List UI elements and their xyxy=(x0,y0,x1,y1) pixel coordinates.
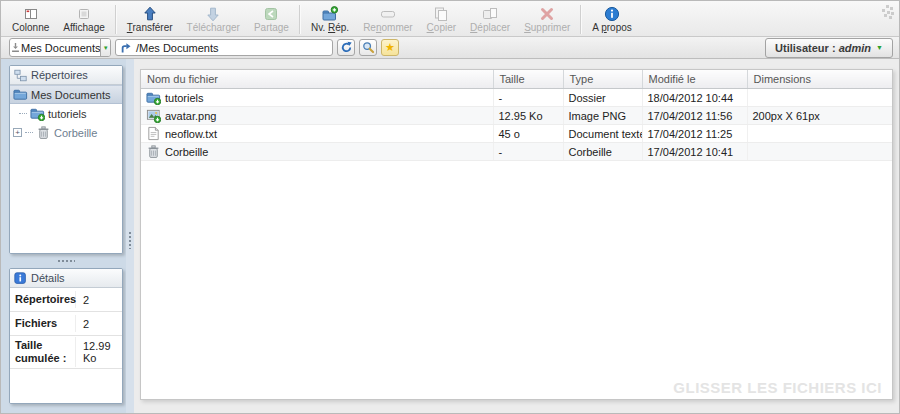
path-input[interactable]: /Mes Documents xyxy=(115,39,333,56)
file-modified: 17/04/2012 11:25 xyxy=(642,125,747,143)
new-folder-icon xyxy=(321,5,339,22)
supprimer-label: Supprimer xyxy=(524,22,570,34)
file-type: Dossier xyxy=(563,89,642,107)
to-bottom-icon xyxy=(10,39,21,56)
file-row-tutoriels[interactable]: tutoriels - Dossier 18/04/2012 10:44 xyxy=(141,89,892,107)
directory-tree: Mes Documents tutoriels + Corbeille xyxy=(10,85,122,253)
user-menu-button[interactable]: Utilisateur : admin ▼ xyxy=(765,38,893,58)
column-header-type[interactable]: Type xyxy=(563,70,642,89)
renommer-button: Renommer xyxy=(356,3,419,36)
file-modified: 18/04/2012 10:44 xyxy=(642,89,747,107)
nouveau-repertoire-button[interactable]: Nv. Rép. xyxy=(304,3,356,36)
expand-icon[interactable]: + xyxy=(13,128,22,137)
supprimer-button: Supprimer xyxy=(517,3,577,36)
path-value: /Mes Documents xyxy=(136,42,219,54)
file-row-neoflow-txt[interactable]: neoflow.txt 45 o Document texte 17/04/20… xyxy=(141,125,892,143)
files-table: Nom du fichier Taille Type Modifié le Di… xyxy=(141,70,892,161)
details-panel: Détails Répertoires 2 Fichiers 2 Taille … xyxy=(9,268,123,404)
transferer-label: Transférer xyxy=(127,22,173,34)
deplacer-button: Déplacer xyxy=(463,3,517,36)
file-size: 12.95 Ko xyxy=(493,107,563,125)
panel-splitter[interactable] xyxy=(9,254,123,268)
search-icon xyxy=(362,41,375,54)
folder-select[interactable]: Mes Documents ▼ xyxy=(9,38,111,57)
affichage-button[interactable]: Affichage xyxy=(56,3,112,36)
share-icon xyxy=(262,5,280,22)
details-panel-header: Détails xyxy=(10,269,122,288)
details-body: Répertoires 2 Fichiers 2 Taille cumulée … xyxy=(10,288,122,403)
toolbar-separator xyxy=(115,5,117,34)
app-logo xyxy=(880,5,895,20)
column-layout-icon xyxy=(22,5,40,22)
column-header-size[interactable]: Taille xyxy=(493,70,563,89)
dropzone-hint: GLISSER LES FICHIERS ICI xyxy=(673,379,882,396)
details-row: Fichiers 2 xyxy=(10,312,122,336)
splitter-grip-icon xyxy=(57,259,75,263)
trash-icon xyxy=(146,144,161,159)
directories-panel: Répertoires Mes Documents tutoriels + xyxy=(9,65,123,254)
sidebar: Répertoires Mes Documents tutoriels + xyxy=(1,59,126,414)
file-dimensions: 200px X 61px xyxy=(747,107,892,125)
image-file-icon xyxy=(146,108,161,123)
file-type: Image PNG xyxy=(563,107,642,125)
file-name: tutoriels xyxy=(165,92,204,104)
details-panel-title: Détails xyxy=(31,272,65,284)
partage-label: Partage xyxy=(254,22,289,34)
details-value: 2 xyxy=(76,318,89,330)
file-dimensions xyxy=(747,89,892,107)
star-icon: ★ xyxy=(385,42,395,53)
copy-icon xyxy=(432,5,450,22)
directories-panel-title: Répertoires xyxy=(31,69,88,81)
partage-button: Partage xyxy=(247,3,296,36)
directories-panel-header: Répertoires xyxy=(10,66,122,85)
shared-folder-icon xyxy=(30,106,45,121)
details-value: 12.99 Ko xyxy=(76,340,122,364)
file-row-avatar-png[interactable]: avatar.png 12.95 Ko Image PNG 17/04/2012… xyxy=(141,107,892,125)
files-panel[interactable]: Nom du fichier Taille Type Modifié le Di… xyxy=(140,69,893,400)
file-size: - xyxy=(493,89,563,107)
search-button[interactable] xyxy=(359,39,377,56)
refresh-button[interactable] xyxy=(337,39,355,56)
body: Répertoires Mes Documents tutoriels + xyxy=(1,59,899,414)
parent-directory-icon[interactable] xyxy=(120,42,132,54)
tree-item-label: Mes Documents xyxy=(31,89,110,101)
file-size: - xyxy=(493,143,563,161)
splitter-grip-icon xyxy=(128,231,132,249)
renommer-label: Renommer xyxy=(363,22,412,34)
file-type: Corbeille xyxy=(563,143,642,161)
chevron-down-icon: ▼ xyxy=(876,44,883,51)
details-row: Répertoires 2 xyxy=(10,288,122,312)
file-row-corbeille[interactable]: Corbeille - Corbeille 17/04/2012 10:41 xyxy=(141,143,892,161)
delete-icon xyxy=(538,5,556,22)
tree-item-corbeille[interactable]: + Corbeille xyxy=(10,123,122,142)
column-header-dimensions[interactable]: Dimensions xyxy=(747,70,892,89)
tree-item-label: tutoriels xyxy=(48,108,87,120)
colonne-label: Colonne xyxy=(12,22,49,34)
column-header-name[interactable]: Nom du fichier xyxy=(141,70,493,89)
affichage-label: Affichage xyxy=(63,22,105,34)
copier-button: Copier xyxy=(420,3,463,36)
location-bar: Mes Documents ▼ /Mes Documents ★ Utilisa… xyxy=(1,37,899,59)
file-name: Corbeille xyxy=(165,146,208,158)
user-label: Utilisateur : admin xyxy=(775,42,871,54)
tree-item-mes-documents[interactable]: Mes Documents xyxy=(10,85,122,104)
details-label: Taille cumulée : xyxy=(10,337,76,367)
refresh-icon xyxy=(340,41,353,54)
a-propos-button[interactable]: A propos xyxy=(585,3,638,36)
details-row: Taille cumulée : 12.99 Ko xyxy=(10,336,122,369)
colonne-button[interactable]: Colonne xyxy=(5,3,56,36)
text-file-icon xyxy=(146,126,161,141)
column-header-modified[interactable]: Modifié le xyxy=(642,70,747,89)
folder-icon xyxy=(13,87,28,102)
sidebar-splitter[interactable] xyxy=(126,59,134,414)
transferer-button[interactable]: Transférer xyxy=(120,3,180,36)
tree-item-label: Corbeille xyxy=(54,127,97,139)
tree-item-tutoriels[interactable]: tutoriels xyxy=(10,104,122,123)
chevron-down-icon[interactable]: ▼ xyxy=(100,39,110,56)
info-icon xyxy=(14,272,27,285)
file-modified: 17/04/2012 11:56 xyxy=(642,107,747,125)
toolbar-separator xyxy=(299,5,301,34)
favorite-button[interactable]: ★ xyxy=(381,39,399,56)
details-label: Fichiers xyxy=(10,315,76,332)
file-size: 45 o xyxy=(493,125,563,143)
